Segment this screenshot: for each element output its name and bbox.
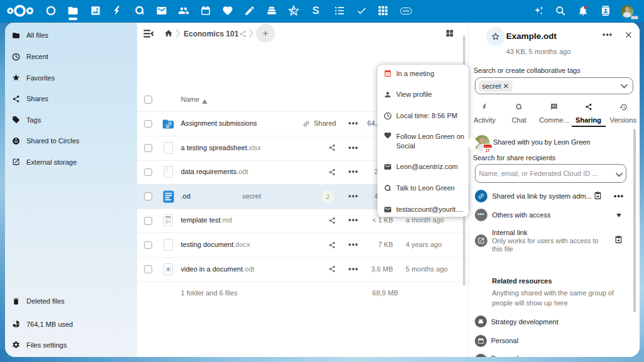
svg-text:17: 17: [386, 73, 390, 76]
